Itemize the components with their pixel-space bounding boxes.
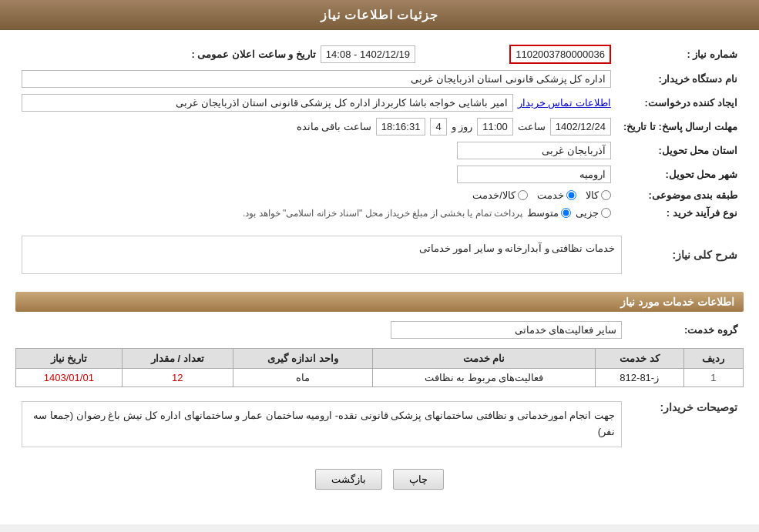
buyer-desc-table: توصیحات خریدار: جهت انجام امورخدماتی و ن… xyxy=(15,395,744,453)
row-service-group: گروه خدمت: سایر فعالیت‌های خدماتی xyxy=(15,318,744,342)
purchase-type-motevaset[interactable]: متوسط xyxy=(527,207,571,219)
need-number-value: 1102003780000036 xyxy=(509,45,611,64)
row-buyer-desc: توصیحات خریدار: جهت انجام امورخدماتی و ن… xyxy=(15,395,744,453)
deadline-days: 4 xyxy=(430,118,446,136)
content-area: شماره نیاز : 1102003780000036 1402/12/19… xyxy=(0,30,759,501)
cell-unit-0: ماه xyxy=(233,369,373,387)
row-purchase-type: نوع فرآیند خرید : جزیی متوسط پرداخت xyxy=(15,204,744,222)
buyer-desc-box: جهت انجام امورخدماتی و نظافتی ساختمانهای… xyxy=(22,401,622,447)
cell-qty-0: 12 xyxy=(122,369,233,387)
deadline-days-label: روز و xyxy=(452,121,473,132)
purchase-type-jozi[interactable]: جزیی xyxy=(576,207,611,219)
category-option-khedmat[interactable]: خدمت xyxy=(537,189,576,201)
creator-label: ایجاد کننده درخواست: xyxy=(617,91,744,115)
buyer-desc-value: جهت انجام امورخدماتی و نظافتی ساختمانهای… xyxy=(33,410,615,437)
purchase-type-label: نوع فرآیند خرید : xyxy=(617,204,744,222)
print-button[interactable]: چاپ xyxy=(393,469,444,490)
category-option-kala-khedmat[interactable]: کالا/خدمت xyxy=(472,189,528,201)
row-deadline: مهلت ارسال پاسخ: تا تاریخ: 1402/12/24 سا… xyxy=(15,115,744,139)
table-row: 1 ز-81-812 فعالیت‌های مربوط به نظافت ماه… xyxy=(16,369,744,387)
deadline-remaining: ساعت باقی مانده xyxy=(297,121,371,132)
province-label: استان محل تحویل: xyxy=(617,139,744,162)
row-province: استان محل تحویل: آذربایجان غربی xyxy=(15,139,744,162)
button-area: چاپ بازگشت xyxy=(15,469,744,490)
row-city: شهر محل تحویل: ارومیه xyxy=(15,162,744,186)
cell-row-0: 1 xyxy=(683,369,743,387)
deadline-label: مهلت ارسال پاسخ: تا تاریخ: xyxy=(617,115,744,139)
announce-time-label: تاریخ و ساعت اعلان عمومی : xyxy=(191,49,315,60)
row-category: طبقه بندی موضوعی: کالا خدمت xyxy=(15,186,744,204)
creator-value: امیر باشایی خواجه باشا کاربرداز اداره کل… xyxy=(22,94,513,112)
services-table-header-row: ردیف کد خدمت نام خدمت واحد اندازه گیری ت… xyxy=(16,349,744,369)
col-header-name: نام خدمت xyxy=(373,349,595,369)
purchase-type-row: جزیی متوسط پرداخت تمام یا بخشی از مبلغ خ… xyxy=(22,207,611,219)
deadline-time: 11:00 xyxy=(477,118,513,136)
services-table: ردیف کد خدمت نام خدمت واحد اندازه گیری ت… xyxy=(15,348,744,387)
creator-link[interactable]: اطلاعات تماس خریدار xyxy=(518,97,611,109)
announce-time-row: 1402/12/19 - 14:08 تاریخ و ساعت اعلان عم… xyxy=(22,45,415,63)
category-radio-khedmat[interactable] xyxy=(566,190,576,200)
need-desc-box: خدمات نظافتی و آبدارخانه و سایر امور خدم… xyxy=(22,236,622,274)
back-button[interactable]: بازگشت xyxy=(315,469,382,490)
col-header-unit: واحد اندازه گیری xyxy=(233,349,373,369)
category-option-kala[interactable]: کالا xyxy=(586,189,611,201)
page-title: جزئیات اطلاعات نیاز xyxy=(321,8,439,22)
category-label: طبقه بندی موضوعی: xyxy=(617,186,744,204)
col-header-date: تاریخ نیاز xyxy=(16,349,123,369)
col-header-code: کد خدمت xyxy=(595,349,683,369)
row-need-number: شماره نیاز : 1102003780000036 1402/12/19… xyxy=(15,42,744,67)
services-section-title: اطلاعات خدمات مورد نیاز xyxy=(15,292,744,312)
category-radio-kala-khedmat[interactable] xyxy=(518,190,528,200)
category-label-kala: کالا xyxy=(586,189,599,201)
col-header-qty: تعداد / مقدار xyxy=(122,349,233,369)
deadline-time-label: ساعت xyxy=(518,121,546,132)
col-header-row: ردیف xyxy=(683,349,743,369)
need-number-row: 1102003780000036 xyxy=(428,45,611,64)
need-desc-value: خدمات نظافتی و آبدارخانه و سایر امور خدم… xyxy=(419,243,615,254)
cell-date-0: 1403/01/01 xyxy=(16,369,123,387)
creator-row: اطلاعات تماس خریدار امیر باشایی خواجه با… xyxy=(22,94,611,112)
buyer-org-label: نام دستگاه خریدار: xyxy=(617,67,744,91)
category-radio-group: کالا خدمت کالا/خدمت xyxy=(22,189,611,201)
info-table: شماره نیاز : 1102003780000036 1402/12/19… xyxy=(15,42,744,222)
purchase-radio-jozi[interactable] xyxy=(601,208,611,218)
page-header: جزئیات اطلاعات نیاز xyxy=(0,0,759,30)
city-label: شهر محل تحویل: xyxy=(617,162,744,186)
need-desc-table: شرح کلی نیاز: خدمات نظافتی و آبدارخانه و… xyxy=(15,229,744,280)
purchase-radio-motevaset[interactable] xyxy=(561,208,571,218)
purchase-label-motevaset: متوسط xyxy=(527,207,559,219)
category-label-kala-khedmat: کالا/خدمت xyxy=(472,189,516,201)
deadline-date: 1402/12/24 xyxy=(550,118,611,136)
announce-time-value: 1402/12/19 - 14:08 xyxy=(321,45,415,63)
cell-name-0: فعالیت‌های مربوط به نظافت xyxy=(373,369,595,387)
page-wrapper: جزئیات اطلاعات نیاز شماره نیاز : 1102003… xyxy=(0,0,759,524)
cell-code-0: ز-81-812 xyxy=(595,369,683,387)
purchase-label-jozi: جزیی xyxy=(576,207,599,219)
city-value: ارومیه xyxy=(457,166,611,183)
need-desc-label: شرح کلی نیاز: xyxy=(628,229,744,280)
purchase-type-note: پرداخت تمام یا بخشی از مبلغ خریداز محل "… xyxy=(243,208,522,219)
need-number-label: شماره نیاز : xyxy=(617,42,744,67)
service-group-label: گروه خدمت: xyxy=(628,318,744,342)
service-group-value: سایر فعالیت‌های خدماتی xyxy=(391,321,622,339)
category-radio-kala[interactable] xyxy=(601,190,611,200)
row-need-desc: شرح کلی نیاز: خدمات نظافتی و آبدارخانه و… xyxy=(15,229,744,280)
row-creator: ایجاد کننده درخواست: اطلاعات تماس خریدار… xyxy=(15,91,744,115)
buyer-desc-label: توصیحات خریدار: xyxy=(628,395,744,453)
buyer-org-value: اداره کل پزشکی قانونی استان اذربایجان غر… xyxy=(22,70,611,88)
province-value: آذربایجان غربی xyxy=(457,142,611,159)
deadline-time2: 18:16:31 xyxy=(376,118,426,136)
row-buyer-org: نام دستگاه خریدار: اداره کل پزشکی قانونی… xyxy=(15,67,744,91)
category-label-khedmat: خدمت xyxy=(537,189,564,201)
deadline-row: 1402/12/24 ساعت 11:00 روز و 4 18:16:31 س… xyxy=(22,118,611,136)
service-group-table: گروه خدمت: سایر فعالیت‌های خدماتی xyxy=(15,318,744,342)
